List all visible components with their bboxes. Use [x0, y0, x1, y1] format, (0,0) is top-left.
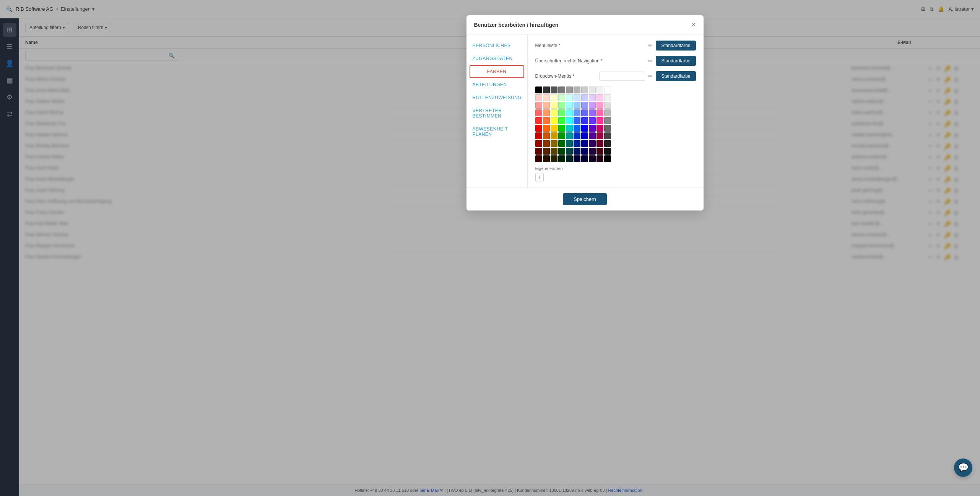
nav-farben[interactable]: FARBEN: [470, 65, 524, 78]
nav-abteilungen[interactable]: ABTEILUNGEN: [466, 78, 527, 91]
color-swatch[interactable]: [543, 140, 550, 147]
color-swatch[interactable]: [535, 155, 542, 162]
color-swatch[interactable]: [589, 148, 596, 155]
color-swatch[interactable]: [566, 125, 573, 132]
color-swatch[interactable]: [551, 155, 557, 162]
color-swatch[interactable]: [574, 132, 580, 139]
color-swatch[interactable]: [566, 94, 573, 101]
color-swatch[interactable]: [574, 86, 580, 93]
color-swatch[interactable]: [596, 155, 603, 162]
color-swatch[interactable]: [535, 140, 542, 147]
color-swatch[interactable]: [581, 94, 588, 101]
color-swatch[interactable]: [581, 140, 588, 147]
color-swatch[interactable]: [589, 109, 596, 116]
color-swatch[interactable]: [566, 148, 573, 155]
color-swatch[interactable]: [558, 94, 565, 101]
color-swatch[interactable]: [543, 102, 550, 109]
color-swatch[interactable]: [558, 109, 565, 116]
dropdown-color-input[interactable]: [599, 72, 645, 81]
color-swatch[interactable]: [566, 102, 573, 109]
color-swatch[interactable]: [551, 148, 557, 155]
menuleiste-std-btn[interactable]: Standardfarbe: [656, 41, 696, 51]
color-swatch[interactable]: [535, 148, 542, 155]
color-swatch[interactable]: [535, 132, 542, 139]
color-swatch[interactable]: [574, 155, 580, 162]
color-swatch[interactable]: [589, 117, 596, 124]
save-button[interactable]: Speichern: [563, 193, 607, 205]
edit-icon[interactable]: ✏: [648, 58, 653, 64]
color-swatch[interactable]: [543, 94, 550, 101]
color-swatch[interactable]: [558, 148, 565, 155]
color-swatch[interactable]: [535, 86, 542, 93]
color-swatch[interactable]: [596, 140, 603, 147]
color-swatch[interactable]: [566, 140, 573, 147]
color-swatch[interactable]: [589, 125, 596, 132]
color-swatch[interactable]: [604, 86, 611, 93]
color-swatch[interactable]: [604, 125, 611, 132]
color-swatch[interactable]: [535, 125, 542, 132]
color-swatch[interactable]: [574, 109, 580, 116]
color-swatch[interactable]: [604, 109, 611, 116]
nav-persoenliches[interactable]: PERSÖNLICHES: [466, 39, 527, 52]
color-swatch[interactable]: [604, 140, 611, 147]
color-swatch[interactable]: [558, 155, 565, 162]
color-swatch[interactable]: [558, 117, 565, 124]
edit-icon[interactable]: ✏: [648, 42, 653, 49]
color-swatch[interactable]: [574, 94, 580, 101]
color-swatch[interactable]: [551, 117, 557, 124]
color-swatch[interactable]: [589, 86, 596, 93]
chat-fab-button[interactable]: 💬: [954, 458, 972, 477]
color-swatch[interactable]: [543, 109, 550, 116]
color-swatch[interactable]: [535, 94, 542, 101]
color-swatch[interactable]: [581, 132, 588, 139]
color-swatch[interactable]: [589, 94, 596, 101]
nav-vertreter[interactable]: VERTRETER BESTIMMEN: [466, 104, 527, 122]
color-swatch[interactable]: [574, 140, 580, 147]
color-swatch[interactable]: [596, 94, 603, 101]
color-swatch[interactable]: [551, 109, 557, 116]
color-swatch[interactable]: [581, 148, 588, 155]
color-swatch[interactable]: [604, 117, 611, 124]
color-swatch[interactable]: [566, 117, 573, 124]
color-swatch[interactable]: [604, 94, 611, 101]
color-swatch[interactable]: [581, 102, 588, 109]
color-swatch[interactable]: [558, 132, 565, 139]
dropdown-std-btn[interactable]: Standardfarbe: [656, 71, 696, 81]
color-swatch[interactable]: [551, 94, 557, 101]
color-swatch[interactable]: [551, 86, 557, 93]
nav-abwesenheit[interactable]: ABWESENHEIT PLANEN: [466, 122, 527, 141]
color-swatch[interactable]: [566, 109, 573, 116]
color-swatch[interactable]: [589, 102, 596, 109]
color-swatch[interactable]: [574, 125, 580, 132]
color-swatch[interactable]: [535, 102, 542, 109]
color-swatch[interactable]: [574, 148, 580, 155]
color-swatch[interactable]: [543, 132, 550, 139]
color-swatch[interactable]: [581, 125, 588, 132]
color-swatch[interactable]: [589, 155, 596, 162]
color-swatch[interactable]: [604, 102, 611, 109]
color-swatch[interactable]: [596, 109, 603, 116]
color-swatch[interactable]: [566, 86, 573, 93]
color-swatch[interactable]: [581, 109, 588, 116]
nav-zugangsdaten[interactable]: ZUGANGSDATEN: [466, 52, 527, 65]
color-swatch[interactable]: [596, 125, 603, 132]
color-swatch[interactable]: [543, 117, 550, 124]
color-swatch[interactable]: [596, 117, 603, 124]
color-swatch[interactable]: [551, 140, 557, 147]
color-swatch[interactable]: [543, 125, 550, 132]
color-swatch[interactable]: [581, 86, 588, 93]
color-swatch[interactable]: [604, 148, 611, 155]
color-swatch[interactable]: [551, 102, 557, 109]
color-swatch[interactable]: [574, 102, 580, 109]
add-custom-color-button[interactable]: +: [535, 173, 544, 181]
color-swatch[interactable]: [604, 155, 611, 162]
color-swatch[interactable]: [589, 140, 596, 147]
color-swatch[interactable]: [596, 148, 603, 155]
color-swatch[interactable]: [543, 86, 550, 93]
color-swatch[interactable]: [535, 109, 542, 116]
color-swatch[interactable]: [596, 86, 603, 93]
color-swatch[interactable]: [581, 155, 588, 162]
edit-icon[interactable]: ✏: [648, 73, 653, 79]
navigation-std-btn[interactable]: Standardfarbe: [656, 56, 696, 66]
color-swatch[interactable]: [558, 140, 565, 147]
